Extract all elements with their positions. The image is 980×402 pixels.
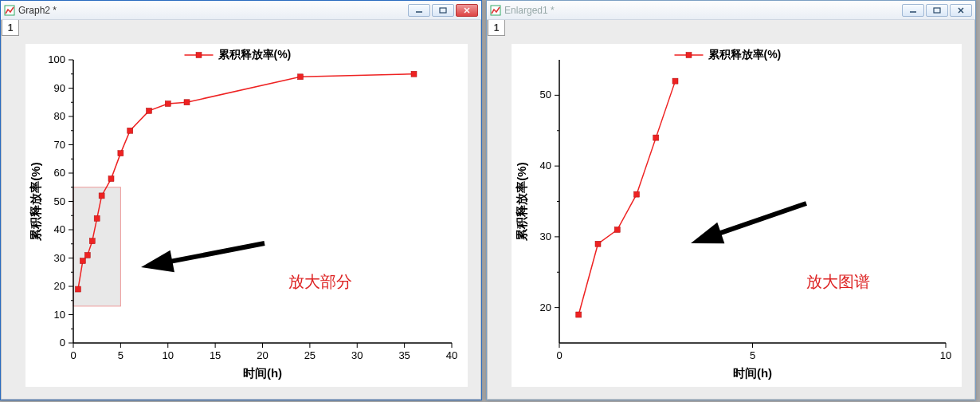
svg-text:20: 20 bbox=[54, 280, 65, 292]
titlebar[interactable]: Enlarged1 * bbox=[487, 1, 975, 20]
svg-text:10: 10 bbox=[54, 309, 65, 321]
graph-window-2[interactable]: Enlarged1 * 1 051020304050时间(h)累积释放率(%)累… bbox=[486, 0, 976, 400]
minimize-button[interactable] bbox=[902, 4, 924, 17]
svg-rect-70 bbox=[165, 101, 171, 107]
svg-rect-75 bbox=[196, 53, 202, 58]
svg-text:累积释放率(%): 累积释放率(%) bbox=[708, 48, 782, 61]
sheet-tab[interactable]: 1 bbox=[488, 20, 505, 36]
svg-rect-2 bbox=[440, 8, 446, 13]
svg-text:90: 90 bbox=[54, 82, 65, 94]
svg-rect-106 bbox=[595, 241, 601, 246]
svg-text:50: 50 bbox=[54, 195, 65, 207]
svg-rect-108 bbox=[634, 191, 640, 197]
svg-text:35: 35 bbox=[398, 349, 410, 361]
svg-rect-81 bbox=[934, 8, 940, 13]
svg-rect-71 bbox=[184, 100, 190, 105]
svg-text:10: 10 bbox=[940, 349, 951, 361]
svg-text:累积释放率(%): 累积释放率(%) bbox=[218, 48, 292, 61]
svg-rect-109 bbox=[653, 135, 659, 140]
maximize-button[interactable] bbox=[926, 4, 948, 17]
svg-text:20: 20 bbox=[540, 302, 551, 313]
svg-rect-63 bbox=[89, 238, 95, 244]
svg-rect-67 bbox=[118, 151, 123, 156]
svg-rect-73 bbox=[411, 71, 417, 77]
svg-text:15: 15 bbox=[210, 349, 221, 361]
svg-text:累积释放率(%): 累积释放率(%) bbox=[29, 162, 42, 241]
svg-rect-110 bbox=[672, 78, 678, 84]
svg-rect-72 bbox=[298, 74, 304, 80]
svg-text:5: 5 bbox=[750, 349, 755, 361]
svg-rect-61 bbox=[80, 258, 85, 264]
svg-text:放大图谱: 放大图谱 bbox=[806, 273, 870, 290]
svg-rect-69 bbox=[147, 108, 152, 113]
svg-rect-62 bbox=[84, 252, 90, 258]
svg-text:60: 60 bbox=[54, 167, 65, 179]
maximize-button[interactable] bbox=[432, 4, 454, 17]
svg-text:累积释放率(%): 累积释放率(%) bbox=[515, 162, 528, 241]
plot-area[interactable]: 05101520253035400102030405060708090100时间… bbox=[25, 44, 468, 387]
svg-text:放大部分: 放大部分 bbox=[288, 273, 352, 290]
svg-text:0: 0 bbox=[556, 349, 562, 361]
svg-text:50: 50 bbox=[540, 89, 551, 100]
svg-rect-105 bbox=[576, 312, 582, 317]
svg-rect-65 bbox=[99, 193, 104, 199]
svg-text:0: 0 bbox=[70, 349, 76, 361]
svg-text:70: 70 bbox=[54, 139, 65, 151]
svg-rect-68 bbox=[127, 128, 133, 133]
svg-text:5: 5 bbox=[118, 349, 123, 361]
svg-marker-114 bbox=[691, 201, 807, 243]
svg-text:30: 30 bbox=[351, 349, 363, 361]
svg-rect-107 bbox=[614, 227, 620, 233]
app-icon bbox=[490, 5, 501, 16]
close-button[interactable] bbox=[456, 4, 478, 17]
svg-text:40: 40 bbox=[446, 349, 457, 361]
svg-text:时间(h): 时间(h) bbox=[733, 366, 772, 380]
window-title: Enlarged1 * bbox=[504, 5, 902, 16]
plot-area[interactable]: 051020304050时间(h)累积释放率(%)累积释放率(%)放大图谱 bbox=[512, 44, 962, 387]
svg-text:100: 100 bbox=[48, 53, 65, 65]
svg-rect-60 bbox=[75, 286, 80, 292]
svg-text:40: 40 bbox=[54, 223, 65, 235]
svg-text:10: 10 bbox=[163, 349, 174, 361]
svg-text:20: 20 bbox=[257, 349, 268, 361]
client-area: 1 051020304050时间(h)累积释放率(%)累积释放率(%)放大图谱 bbox=[487, 20, 975, 400]
window-title: Graph2 * bbox=[18, 5, 408, 16]
close-button[interactable] bbox=[950, 4, 972, 17]
svg-rect-112 bbox=[686, 53, 692, 58]
svg-text:40: 40 bbox=[540, 160, 551, 171]
client-area: 1 05101520253035400102030405060708090100… bbox=[1, 20, 481, 400]
svg-text:80: 80 bbox=[54, 110, 65, 122]
svg-text:25: 25 bbox=[304, 349, 316, 361]
window-buttons bbox=[408, 4, 478, 17]
svg-marker-77 bbox=[141, 241, 265, 272]
svg-rect-66 bbox=[108, 176, 114, 182]
minimize-button[interactable] bbox=[408, 4, 430, 17]
svg-text:30: 30 bbox=[54, 252, 65, 264]
titlebar[interactable]: Graph2 * bbox=[1, 1, 481, 20]
svg-text:时间(h): 时间(h) bbox=[243, 366, 282, 380]
svg-rect-64 bbox=[94, 215, 100, 221]
svg-text:30: 30 bbox=[540, 231, 551, 242]
app-icon bbox=[4, 5, 15, 16]
window-buttons bbox=[902, 4, 972, 17]
sheet-tab[interactable]: 1 bbox=[2, 20, 19, 36]
graph-window-1[interactable]: Graph2 * 1 05101520253035400102030405060… bbox=[0, 0, 482, 400]
chart-svg: 05101520253035400102030405060708090100时间… bbox=[25, 44, 468, 387]
svg-text:0: 0 bbox=[60, 337, 65, 349]
chart-svg: 051020304050时间(h)累积释放率(%)累积释放率(%)放大图谱 bbox=[512, 44, 962, 387]
